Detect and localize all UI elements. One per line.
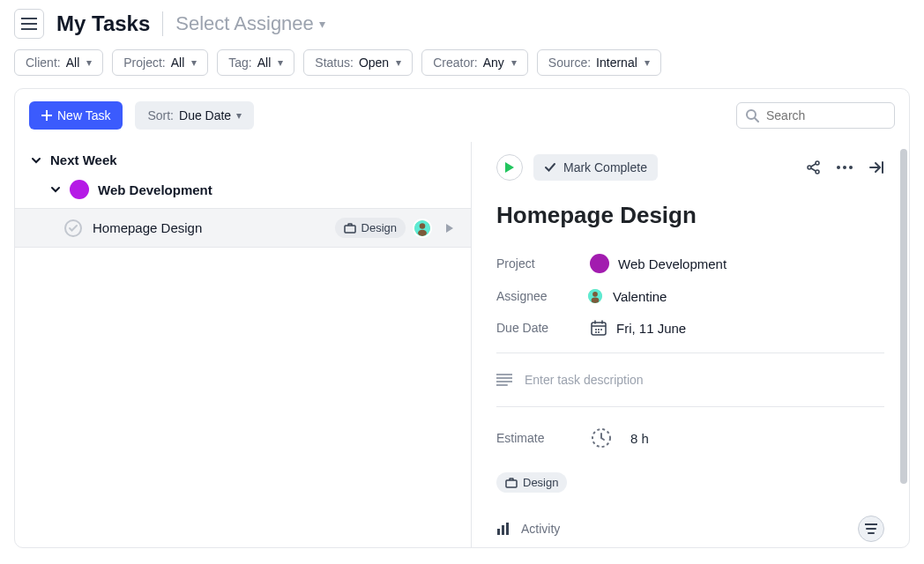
filter-bar: Client: All ▾ Project: All ▾ Tag: All ▾ … <box>0 44 924 88</box>
task-tag-chip[interactable]: Design <box>496 472 567 493</box>
share-icon[interactable] <box>807 160 821 174</box>
chevron-down-icon: ▾ <box>86 56 92 69</box>
start-timer-button[interactable] <box>496 154 523 181</box>
activity-label: Activity <box>521 522 560 536</box>
plus-icon <box>41 110 52 121</box>
svg-rect-21 <box>506 480 517 487</box>
svg-rect-24 <box>506 523 509 535</box>
svg-point-7 <box>816 170 819 174</box>
chevron-down-icon: ▾ <box>278 56 283 69</box>
assignee-value: Valentine <box>613 289 667 304</box>
more-icon[interactable] <box>837 166 853 169</box>
svg-rect-22 <box>497 529 500 535</box>
project-name: Web Development <box>98 182 212 197</box>
assignee-selector[interactable]: Select Assignee ▾ <box>175 12 325 35</box>
activity-header: Activity <box>496 503 884 547</box>
svg-point-6 <box>816 161 819 165</box>
sort-button[interactable]: Sort: Due Date ▾ <box>135 101 254 130</box>
hamburger-menu-button[interactable] <box>14 9 44 39</box>
detail-top-bar: Mark Complete <box>496 154 884 181</box>
svg-point-3 <box>420 223 426 229</box>
project-header[interactable]: Web Development <box>15 171 471 208</box>
chevron-down-icon: ▾ <box>645 56 650 69</box>
play-icon <box>504 161 515 174</box>
svg-point-17 <box>600 329 602 330</box>
chevron-down-icon <box>31 155 41 166</box>
chevron-down-icon <box>50 184 61 195</box>
toolbar: New Task Sort: Due Date ▾ <box>15 89 909 142</box>
estimate-icon <box>590 427 613 449</box>
top-header: My Tasks Select Assignee ▾ <box>0 0 924 44</box>
check-icon <box>544 161 556 174</box>
activity-filter-button[interactable] <box>858 516 884 542</box>
svg-rect-4 <box>418 229 427 235</box>
svg-point-15 <box>595 329 597 330</box>
complete-circle-icon[interactable] <box>64 219 82 237</box>
description-icon <box>496 374 512 386</box>
group-header-next-week[interactable]: Next Week <box>15 149 471 171</box>
search-box[interactable] <box>736 102 895 129</box>
task-tag-chip: Design <box>335 218 406 238</box>
svg-point-10 <box>849 166 853 169</box>
task-detail-pane: Mark Complete Homepage Design <box>472 142 909 547</box>
svg-point-8 <box>837 166 840 169</box>
briefcase-icon <box>505 478 518 488</box>
svg-point-18 <box>595 331 597 333</box>
field-project[interactable]: Project Web Development <box>496 247 884 280</box>
mark-complete-button[interactable]: Mark Complete <box>533 154 658 181</box>
divider <box>496 406 884 407</box>
assignee-selector-label: Select Assignee <box>175 12 314 35</box>
divider <box>496 352 884 353</box>
description-input[interactable]: Enter task description <box>496 362 884 397</box>
task-name: Homepage Design <box>93 220 324 235</box>
play-icon[interactable] <box>443 222 455 234</box>
description-placeholder: Enter task description <box>525 373 644 387</box>
svg-rect-23 <box>502 525 504 535</box>
filter-source[interactable]: Source: Internal ▾ <box>537 49 661 76</box>
main-panel: New Task Sort: Due Date ▾ Next Week Web <box>14 88 910 548</box>
due-value: Fri, 11 June <box>616 321 686 336</box>
project-color-dot <box>590 254 609 273</box>
field-estimate[interactable]: Estimate 8 h <box>496 416 884 462</box>
chevron-down-icon: ▾ <box>319 17 325 31</box>
task-list: Next Week Web Development Homepage Desig… <box>15 142 472 547</box>
group-label: Next Week <box>50 152 117 167</box>
avatar <box>413 219 432 238</box>
svg-point-16 <box>598 329 600 330</box>
project-value: Web Development <box>618 256 727 271</box>
filter-tag[interactable]: Tag: All ▾ <box>217 49 294 76</box>
project-color-dot <box>70 180 89 199</box>
mark-complete-label: Mark Complete <box>563 160 647 174</box>
scrollbar[interactable] <box>900 149 907 484</box>
svg-point-5 <box>808 166 811 169</box>
collapse-icon[interactable] <box>868 160 884 174</box>
filter-icon <box>865 523 877 534</box>
filter-creator[interactable]: Creator: Any ▾ <box>421 49 528 76</box>
estimate-value: 8 h <box>630 431 649 446</box>
chevron-down-icon: ▾ <box>236 109 242 122</box>
field-assignee[interactable]: Assignee Valentine <box>496 280 884 312</box>
svg-point-19 <box>598 331 600 333</box>
filter-client[interactable]: Client: All ▾ <box>14 49 103 76</box>
tags-row: Design <box>496 462 884 503</box>
svg-point-12 <box>592 292 598 297</box>
svg-rect-13 <box>592 297 600 303</box>
title-divider <box>162 11 163 36</box>
new-task-button[interactable]: New Task <box>29 101 123 130</box>
chevron-down-icon: ▾ <box>396 56 401 69</box>
filter-project[interactable]: Project: All ▾ <box>112 49 208 76</box>
svg-point-9 <box>843 166 846 169</box>
field-due-date[interactable]: Due Date Fri, 11 June <box>496 312 884 344</box>
briefcase-icon <box>344 223 356 234</box>
avatar <box>586 287 604 305</box>
page-title: My Tasks <box>56 11 150 36</box>
new-task-label: New Task <box>57 108 110 122</box>
hamburger-icon <box>21 18 37 30</box>
task-row-homepage-design[interactable]: Homepage Design Design <box>15 208 471 248</box>
search-icon <box>746 109 759 122</box>
search-input[interactable] <box>766 108 885 122</box>
filter-status[interactable]: Status: Open ▾ <box>303 49 413 76</box>
chevron-down-icon: ▾ <box>191 56 197 69</box>
detail-title[interactable]: Homepage Design <box>496 202 884 229</box>
calendar-icon <box>590 319 607 337</box>
